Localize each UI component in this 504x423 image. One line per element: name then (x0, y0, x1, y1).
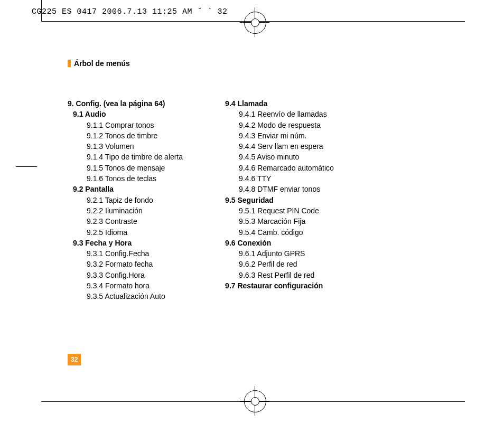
menu-item: 9.2.5 Idioma (68, 227, 183, 238)
column-right: 9.4 Llamada 9.4.1 Reenvío de llamadas 9.… (225, 98, 334, 302)
menu-heading-pantalla: 9.2 Pantalla (68, 184, 183, 194)
menu-item: 9.4.6 Remarcado automático (225, 163, 334, 173)
menu-heading-restaurar: 9.7 Restaurar configuración (225, 280, 334, 291)
menu-item: 9.3.2 Formato fecha (68, 259, 183, 269)
menu-heading-fecha: 9.3 Fecha y Hora (68, 238, 183, 248)
page-number: 32 (68, 354, 81, 365)
menu-item: 9.1.4 Tipo de timbre de alerta (68, 152, 183, 162)
section-title: Árbol de menús (68, 59, 130, 68)
menu-item: 9.1.3 Volumen (68, 141, 183, 152)
menu-item: 9.2.1 Tapiz de fondo (68, 195, 183, 205)
menu-heading-seguridad: 9.5 Seguridad (225, 195, 334, 205)
menu-heading-audio: 9.1 Audio (68, 109, 183, 119)
menu-item: 9.4.5 Aviso minuto (225, 152, 334, 162)
menu-item: 9.1.1 Comprar tonos (68, 120, 183, 130)
menu-item: 9.1.5 Tonos de mensaje (68, 163, 183, 173)
registration-mark-icon (240, 386, 269, 416)
menu-item: 9.6.2 Perfil de red (225, 259, 334, 269)
menu-item: 9.4.8 DTMF enviar tonos (225, 184, 334, 194)
menu-item: 9.4.2 Modo de respuesta (225, 120, 334, 130)
menu-item: 9.5.4 Camb. código (225, 227, 334, 238)
print-header: CG225 ES 0417 2006.7.13 11:25 AM ˘ ` 32 (32, 7, 228, 16)
menu-item: 9.2.3 Contraste (68, 216, 183, 227)
menu-item: 9.4.6 TTY (225, 173, 334, 184)
menu-top-level: 9. Config. (vea la página 64) (68, 98, 183, 109)
menu-item: 9.3.4 Formato hora (68, 280, 183, 291)
menu-item: 9.3.1 Config.Fecha (68, 248, 183, 259)
menu-item: 9.6.3 Rest Perfil de red (225, 270, 334, 280)
section-title-text: Árbol de menús (74, 59, 130, 68)
menu-item: 9.1.2 Tonos de timbre (68, 130, 183, 141)
crop-mark (16, 166, 37, 167)
menu-item: 9.4.1 Reenvío de llamadas (225, 109, 334, 119)
menu-item: 9.6.1 Adjunto GPRS (225, 248, 334, 259)
crop-mark (41, 0, 42, 21)
menu-item: 9.2.2 Iluminación (68, 205, 183, 216)
menu-item: 9.5.1 Request PIN Code (225, 205, 334, 216)
menu-item: 9.3.3 Config.Hora (68, 270, 183, 280)
column-left: 9. Config. (vea la página 64) 9.1 Audio … (68, 98, 183, 302)
menu-tree: 9. Config. (vea la página 64) 9.1 Audio … (68, 98, 469, 302)
menu-heading-conexion: 9.6 Conexión (225, 238, 334, 248)
menu-item: 9.4.4 Serv llam en espera (225, 141, 334, 152)
menu-item: 9.3.5 Actualización Auto (68, 291, 183, 302)
accent-bar-icon (68, 60, 71, 67)
menu-item: 9.5.3 Marcación Fija (225, 216, 334, 227)
menu-item: 9.1.6 Tonos de teclas (68, 173, 183, 184)
registration-mark-icon (240, 7, 269, 37)
menu-heading-llamada: 9.4 Llamada (225, 98, 334, 109)
menu-item: 9.4.3 Enviar mi núm. (225, 130, 334, 141)
